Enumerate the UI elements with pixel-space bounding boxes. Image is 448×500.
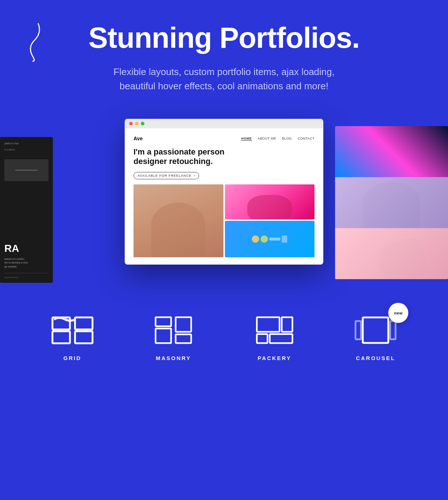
left-screenshot: platform that of culture RA based on Lon… (0, 137, 53, 283)
arrow-icon: › (194, 174, 195, 177)
right-img-fashion (335, 177, 448, 228)
browser-nav-blog: BLOG (282, 137, 292, 141)
browser-nav-home: HOME (241, 137, 252, 141)
browser-nav-contact: CONTACT (298, 137, 314, 141)
carousel-label: CAROUSEL (356, 355, 395, 361)
svg-rect-12 (363, 317, 388, 343)
browser-minimize-dot (135, 122, 139, 125)
browser-portfolio-img-3 (225, 221, 315, 257)
browser-nav-about: ABOUT ME (258, 137, 276, 141)
svg-rect-1 (75, 317, 93, 329)
browser-cta-button[interactable]: AVAILABLE FOR FREELANCE › (134, 172, 199, 179)
svg-rect-9 (282, 317, 292, 332)
masonry-icon (152, 316, 195, 345)
browser-menu: HOME ABOUT ME BLOG CONTACT (241, 137, 314, 141)
svg-rect-6 (156, 329, 171, 343)
hero-title: Stunning Portfolios. (7, 22, 441, 54)
masonry-label: MASONRY (156, 355, 191, 361)
portfolio-type-carousel: new CAROUSEL (354, 316, 397, 361)
packery-icon (253, 316, 296, 345)
grid-label: GRID (63, 355, 82, 361)
browser-site-logo: Ave (134, 136, 143, 141)
browser-portfolio-grid (134, 184, 315, 257)
svg-rect-7 (176, 335, 191, 343)
browser-portfolio-img-2 (225, 184, 315, 219)
svg-rect-13 (355, 321, 361, 339)
svg-rect-5 (176, 317, 191, 332)
hero-subtitle: Flexible layouts, custom portfolio items… (86, 65, 362, 93)
browser-headline: I'm a passionate person designer retouch… (134, 147, 315, 167)
packery-label: PACKERY (258, 355, 291, 361)
browser-showcase: platform that of culture RA based on Lon… (0, 119, 448, 294)
left-screenshot-body: based on London, ion to develop a new ge… (4, 257, 48, 269)
svg-rect-11 (270, 334, 292, 343)
brush-stroke-decoration (54, 316, 76, 324)
left-screenshot-top-text: platform that of culture (4, 141, 48, 181)
portfolio-type-packery: PACKERY (253, 316, 296, 361)
browser-toolbar (125, 119, 323, 128)
browser-maximize-dot (141, 122, 145, 125)
svg-rect-2 (52, 331, 70, 343)
svg-rect-8 (257, 317, 279, 332)
portfolio-type-masonry: MASONRY (152, 316, 195, 361)
right-img-hand (335, 228, 448, 279)
browser-nav: Ave HOME ABOUT ME BLOG CONTACT (134, 136, 315, 141)
right-img-face (335, 126, 448, 177)
browser-portfolio-img-1 (134, 184, 224, 257)
hero-section: Stunning Portfolios. Flexible layouts, c… (0, 0, 448, 108)
right-screenshot (335, 126, 448, 279)
portfolio-types-section: GRID MASONRY PACKERY new (0, 294, 448, 390)
svg-rect-4 (156, 317, 171, 326)
svg-rect-3 (75, 331, 93, 343)
left-screenshot-title: RA (4, 243, 48, 254)
main-browser-mockup: Ave HOME ABOUT ME BLOG CONTACT I'm a pas… (125, 119, 323, 265)
svg-rect-14 (390, 321, 396, 339)
new-badge: new (388, 303, 408, 323)
svg-rect-10 (257, 334, 267, 343)
browser-page-content: Ave HOME ABOUT ME BLOG CONTACT I'm a pas… (125, 128, 323, 265)
decoration-squiggle (22, 22, 44, 58)
browser-close-dot (129, 122, 133, 125)
